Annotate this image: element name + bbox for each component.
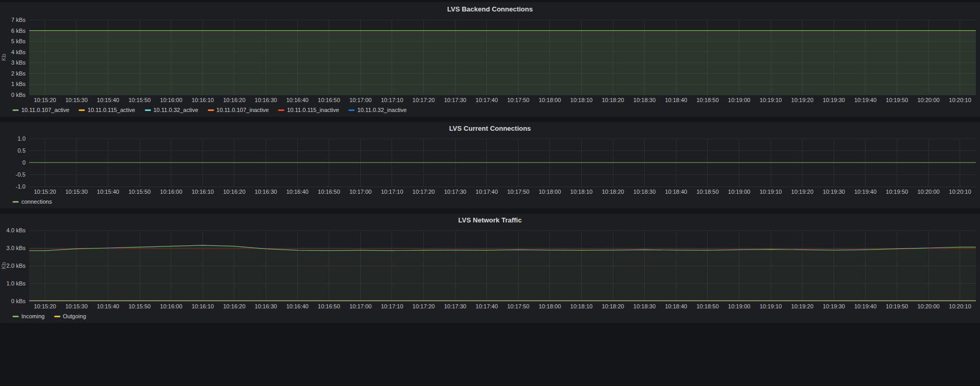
x-tick-label: 10:16:20	[223, 189, 245, 195]
x-tick-label: 10:17:50	[507, 97, 530, 103]
legend-label: Incoming	[21, 313, 45, 319]
lvs-backend-connections-legend: 10.11.0.107_active10.11.0.115_active10.1…	[0, 105, 980, 117]
y-tick-label: -1.0	[16, 183, 26, 190]
x-tick-label: 10:15:40	[97, 189, 119, 195]
legend-series-color-icon	[12, 109, 19, 111]
x-tick-label: 10:17:00	[349, 189, 372, 195]
y-tick-label: 0.5	[18, 147, 26, 154]
x-tick-label: 10:16:40	[286, 97, 309, 103]
x-tick-label: 10:19:00	[728, 303, 750, 309]
x-tick-label: 10:17:50	[507, 303, 530, 309]
x-tick-label: 10:17:30	[444, 303, 467, 309]
legend-item-10.11.0.107_active[interactable]: 10.11.0.107_active	[12, 107, 69, 113]
panel-lvs-current-connections: LVS Current Connections 1.00.50-0.5-1.01…	[0, 122, 980, 208]
legend-item-10.11.0.32_active[interactable]: 10.11.0.32_active	[145, 107, 198, 113]
legend-series-color-icon	[145, 109, 151, 111]
legend-item-Incoming[interactable]: Incoming	[12, 313, 45, 319]
x-tick-label: 10:19:30	[823, 97, 845, 103]
panel-title[interactable]: LVS Network Traffic	[0, 214, 980, 227]
x-tick-label: 10:17:10	[381, 97, 403, 103]
x-tick-label: 10:15:40	[97, 303, 119, 309]
x-tick-label: 10:20:00	[918, 303, 940, 309]
x-tick-label: 10:16:10	[192, 97, 214, 103]
x-tick-label: 10:16:50	[318, 97, 340, 103]
lvs-backend-connections-chart[interactable]: 7 kBs6 kBs5 kBs4 kBs3 kBs2 kBs1 kBs0 kBs…	[0, 17, 980, 105]
x-tick-label: 10:15:50	[129, 189, 151, 195]
legend-label: connections	[21, 198, 52, 205]
series-fill-10.11.0.107_active	[29, 31, 976, 95]
x-tick-label: 10:15:50	[129, 303, 151, 309]
x-tick-label: 10:19:40	[854, 303, 876, 309]
legend-item-10.11.0.32_inactive[interactable]: 10.11.0.32_inactive	[348, 107, 407, 113]
x-tick-label: 10:18:50	[696, 303, 719, 309]
x-tick-label: 10:20:10	[949, 189, 971, 195]
legend-label: 10.11.0.32_inactive	[357, 107, 407, 113]
x-tick-label: 10:18:10	[570, 189, 593, 195]
lvs-network-traffic-chart[interactable]: 4.0 kBs3.0 kBs2.0 kBs1.0 kBs0 kBs10:15:2…	[0, 227, 980, 312]
x-tick-label: 10:18:00	[538, 97, 561, 103]
y-tick-label: 4 kBs	[11, 49, 26, 55]
x-tick-label: 10:19:40	[854, 97, 876, 103]
chart-canvas: 7 kBs6 kBs5 kBs4 kBs3 kBs2 kBs1 kBs0 kBs…	[0, 17, 980, 105]
x-tick-label: 10:17:40	[475, 189, 498, 195]
series-fill-Incoming	[29, 245, 976, 301]
x-tick-label: 10:16:30	[255, 303, 277, 309]
legend-series-color-icon	[12, 201, 19, 203]
x-tick-label: 10:18:10	[570, 97, 593, 103]
legend-item-connections[interactable]: connections	[12, 198, 52, 205]
y-tick-label: 2.0 kBs	[6, 263, 26, 269]
x-tick-label: 10:17:30	[444, 189, 467, 195]
y-tick-label: 3.0 kBs	[6, 245, 26, 251]
x-tick-label: 10:19:30	[823, 303, 845, 309]
legend-item-10.11.0.115_inactive[interactable]: 10.11.0.115_inactive	[278, 107, 339, 113]
x-tick-label: 10:19:20	[791, 97, 813, 103]
x-tick-label: 10:20:10	[949, 97, 971, 103]
x-tick-label: 10:16:30	[255, 97, 277, 103]
legend-item-10.11.0.115_active[interactable]: 10.11.0.115_active	[79, 107, 135, 113]
x-tick-label: 10:17:40	[475, 97, 498, 103]
x-tick-label: 10:19:50	[886, 97, 908, 103]
panel-title[interactable]: LVS Backend Connections	[0, 2, 980, 17]
x-tick-label: 10:15:20	[34, 189, 56, 195]
x-tick-label: 10:16:50	[318, 303, 340, 309]
x-tick-label: 10:15:20	[34, 97, 56, 103]
legend-label: 10.11.0.32_active	[154, 107, 198, 113]
x-tick-label: 10:16:30	[255, 189, 277, 195]
legend-series-color-icon	[79, 109, 85, 111]
x-tick-label: 10:16:20	[223, 303, 245, 309]
x-tick-label: 10:18:40	[665, 189, 687, 195]
x-tick-label: 10:18:20	[602, 189, 624, 195]
y-tick-label: 4.0 kBs	[6, 227, 26, 233]
legend-series-color-icon	[278, 109, 284, 111]
x-tick-label: 10:16:40	[286, 189, 309, 195]
legend-item-10.11.0.107_inactive[interactable]: 10.11.0.107_inactive	[208, 107, 269, 113]
y-tick-label: 1.0 kBs	[6, 280, 26, 287]
x-tick-label: 10:19:30	[823, 189, 845, 195]
x-tick-label: 10:19:50	[886, 189, 908, 195]
x-tick-label: 10:15:30	[65, 303, 87, 309]
y-axis-label: Kb	[1, 262, 7, 269]
x-tick-label: 10:19:20	[791, 303, 813, 309]
x-tick-label: 10:19:10	[760, 303, 782, 309]
x-tick-label: 10:18:40	[665, 97, 687, 103]
x-tick-label: 10:16:00	[160, 303, 182, 309]
x-tick-label: 10:15:20	[34, 303, 56, 309]
lvs-current-connections-chart[interactable]: 1.00.50-0.5-1.010:15:2010:15:3010:15:401…	[0, 135, 980, 197]
legend-item-Outgoing[interactable]: Outgoing	[54, 313, 86, 319]
lvs-current-connections-legend: connections	[0, 197, 980, 208]
legend-label: 10.11.0.115_inactive	[287, 107, 339, 113]
x-tick-label: 10:17:50	[507, 189, 530, 195]
panel-lvs-backend-connections: LVS Backend Connections 7 kBs6 kBs5 kBs4…	[0, 2, 980, 117]
x-tick-label: 10:15:50	[129, 97, 151, 103]
x-tick-label: 10:18:20	[602, 303, 624, 309]
x-tick-label: 10:17:30	[444, 97, 467, 103]
x-tick-label: 10:19:00	[728, 97, 750, 103]
legend-series-color-icon	[208, 109, 214, 111]
x-tick-label: 10:18:00	[538, 303, 561, 309]
chart-canvas: 4.0 kBs3.0 kBs2.0 kBs1.0 kBs0 kBs10:15:2…	[0, 227, 980, 312]
x-tick-label: 10:16:00	[160, 97, 182, 103]
panel-title[interactable]: LVS Current Connections	[0, 122, 980, 135]
x-tick-label: 10:17:20	[412, 189, 435, 195]
x-tick-label: 10:20:00	[918, 189, 940, 195]
x-tick-label: 10:17:20	[412, 303, 435, 309]
